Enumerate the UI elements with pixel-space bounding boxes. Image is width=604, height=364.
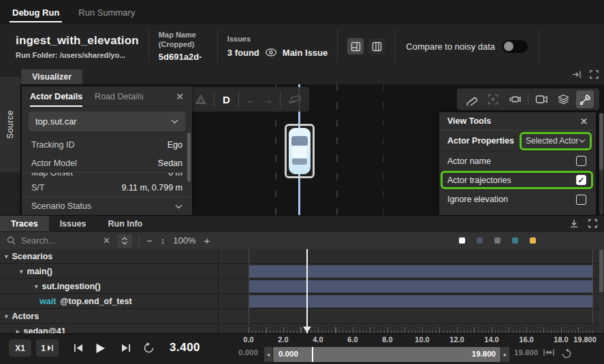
scrubber-playhead-marker[interactable] (312, 347, 313, 362)
trace-bar[interactable] (249, 280, 592, 293)
caret-icon[interactable]: ▾ (20, 268, 23, 275)
download-icon[interactable] (569, 219, 579, 229)
tab-road-details[interactable]: Road Details (95, 92, 144, 101)
ego-car[interactable] (289, 128, 311, 174)
legend-swatch-white[interactable] (459, 237, 465, 244)
lane-marking (383, 84, 384, 215)
clear-search-icon[interactable]: ✕ (103, 235, 110, 246)
legend-swatch-gray[interactable] (494, 237, 500, 244)
tab-run-info[interactable]: Run Info (97, 216, 154, 231)
actor-trajectories-checkbox[interactable] (576, 175, 586, 185)
fit-range-icon[interactable] (543, 348, 554, 357)
tree-item-sedan[interactable]: ▸ sedan@41 (16, 324, 66, 333)
caret-icon[interactable]: ▾ (5, 313, 8, 320)
timeline-scrubber[interactable]: 0.000 19.800 (273, 347, 500, 362)
close-icon[interactable]: ✕ (176, 91, 184, 102)
playhead-marker[interactable] (303, 327, 311, 333)
replay-icon[interactable] (143, 340, 155, 357)
reset-range-icon[interactable] (561, 348, 572, 359)
tree-item-label: Actors (12, 312, 39, 321)
center-on-actor-icon[interactable] (484, 90, 502, 108)
play-button[interactable] (95, 340, 106, 357)
camera-view-icon[interactable] (533, 90, 550, 108)
tree-item-actors[interactable]: ▾ Actors (5, 309, 39, 324)
view-tools-wrench-icon[interactable] (576, 90, 594, 108)
step-frames-button[interactable]: 1 (36, 340, 59, 357)
layout-split-horizontal-button[interactable] (347, 38, 364, 54)
actor-select-dropdown[interactable]: top.sut.car (29, 112, 185, 131)
tab-run-summary[interactable]: Run Summary (78, 7, 135, 18)
skip-to-end-button[interactable] (121, 340, 131, 357)
scrub-right-button[interactable]: ▸ (501, 347, 509, 362)
actor-properties-dropdown[interactable]: Selected Actor (520, 132, 592, 150)
tab-visualizer[interactable]: Visualizer (21, 69, 82, 84)
layers-icon[interactable] (554, 90, 572, 108)
main-issue-link[interactable]: Main Issue (283, 48, 328, 58)
top-tab-bar: Debug Run Run Summary (0, 0, 604, 24)
axis-tick-label: 10.0 (415, 335, 429, 344)
timeline-ruler[interactable] (249, 325, 596, 333)
ignore-elevation-checkbox[interactable] (576, 195, 586, 205)
current-time-display: 3.400 (170, 341, 200, 354)
compare-noisy-data-toggle[interactable] (502, 40, 528, 53)
tree-timeline-divider[interactable] (218, 249, 219, 333)
option-actor-trajectories[interactable]: Actor trajectories (439, 171, 596, 190)
tree-item-wait[interactable]: wait @top.end_of_test (39, 294, 132, 309)
zoom-out-button[interactable]: − (146, 235, 153, 246)
scenario-status-expander[interactable]: Scenario Status (22, 197, 192, 215)
gear-indicator: D (221, 94, 232, 105)
scrub-left-button[interactable]: ◂ (264, 347, 272, 362)
legend-swatch-teal[interactable] (512, 237, 518, 244)
detail-row: Actor Model Sedan (22, 154, 192, 172)
tree-item-main[interactable]: ▾ main() (20, 264, 52, 279)
tab-actor-details[interactable]: Actor Details (30, 86, 82, 107)
trace-row-scenarios[interactable] (0, 249, 604, 264)
timeline-scrollbar[interactable] (599, 250, 603, 333)
panel-scrollbar[interactable] (187, 133, 191, 182)
legend-swatch-slate[interactable] (477, 237, 483, 244)
playback-speed-button[interactable]: X1 (9, 340, 31, 357)
view-tools-panel: View Tools ✕ Actor Properties Selected A… (439, 112, 596, 215)
scenario-status-label: Scenario Status (31, 201, 91, 211)
detail-value: Ego (168, 140, 182, 150)
panel-scrollbar[interactable] (599, 113, 603, 215)
caret-icon[interactable]: ▸ (16, 328, 20, 333)
collapse-panel-icon[interactable] (572, 70, 582, 79)
option-actor-name[interactable]: Actor name (439, 152, 596, 171)
trace-bar[interactable] (249, 265, 592, 278)
tab-issues[interactable]: Issues (49, 216, 97, 231)
zoom-in-button[interactable]: + (204, 235, 210, 246)
layout-split-vertical-button[interactable] (368, 38, 385, 54)
tree-item-scenarios[interactable]: ▾ Scenarios (5, 249, 52, 264)
fit-vertical-icon[interactable]: ↕ (161, 235, 165, 246)
tab-debug-run[interactable]: Debug Run (11, 1, 61, 24)
close-icon[interactable]: ✕ (580, 116, 588, 127)
actor-name-checkbox[interactable] (576, 156, 586, 166)
fullscreen-icon[interactable] (588, 219, 597, 228)
tab-source[interactable]: Source (0, 77, 20, 172)
scrollbar-thumb[interactable] (599, 250, 603, 292)
expand-collapse-all-button[interactable] (117, 234, 132, 248)
measure-tool-icon[interactable] (462, 90, 480, 108)
skip-to-start-button[interactable] (74, 340, 83, 357)
search-placeholder: Search... (21, 236, 97, 246)
scrollbar-thumb[interactable] (599, 113, 603, 170)
follow-camera-icon[interactable] (506, 90, 524, 108)
run-folder: Run Folder: /users/shared/yo... (16, 51, 139, 59)
caret-icon[interactable]: ▾ (35, 283, 38, 290)
search-input[interactable]: Search... ✕ (0, 235, 116, 246)
tree-item-label: @top.end_of_test (60, 297, 131, 306)
axis-tick-label: 14.0 (484, 335, 498, 344)
fullscreen-icon[interactable] (590, 70, 599, 79)
chevron-down-icon (579, 139, 586, 143)
caret-icon[interactable]: ▾ (5, 253, 8, 260)
tree-item-ingestion[interactable]: ▾ sut.ingestion() (35, 279, 101, 294)
trace-row-actors[interactable] (0, 309, 604, 324)
tab-traces[interactable]: Traces (0, 216, 49, 231)
option-ignore-elevation[interactable]: Ignore elevation (439, 190, 596, 209)
eye-icon[interactable] (265, 48, 277, 56)
trace-row-main[interactable] (0, 264, 604, 279)
playhead-line[interactable] (306, 249, 308, 333)
legend-swatch-yellow[interactable] (530, 237, 536, 244)
trace-bar[interactable] (249, 295, 592, 308)
